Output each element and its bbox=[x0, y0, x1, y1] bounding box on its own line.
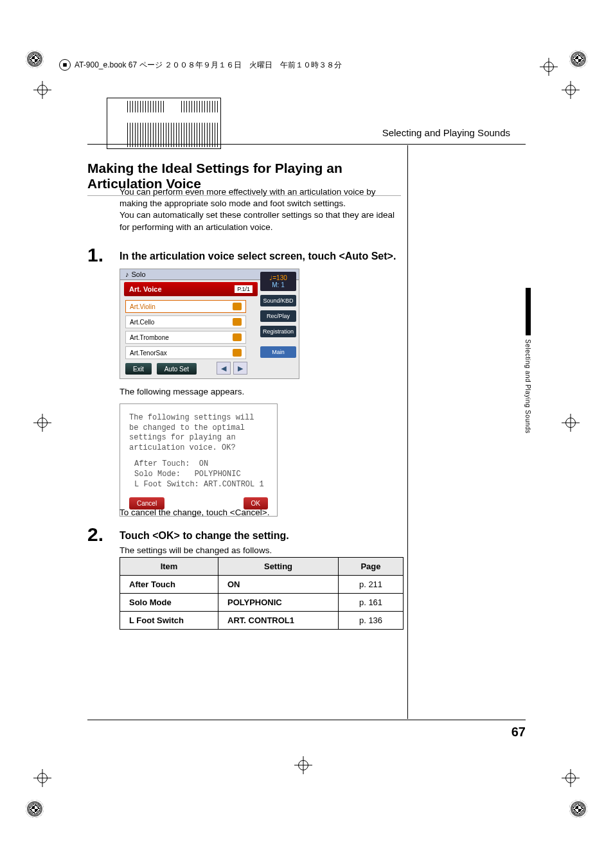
registration-mark bbox=[564, 84, 577, 96]
registration-mark bbox=[564, 416, 577, 429]
caption-message-appears: The following message appears. bbox=[120, 387, 244, 396]
printers-mark bbox=[569, 800, 587, 818]
voice-item-art-cello[interactable]: Art.Cello bbox=[125, 315, 246, 328]
auto-set-button[interactable]: Auto Set bbox=[157, 363, 197, 375]
side-chapter-text: Selecting and Playing Sounds bbox=[524, 339, 531, 434]
articulation-voice-screen: ♪ Solo Art. Voice P.1/1 Art.Violin Art.C… bbox=[120, 269, 299, 379]
next-button[interactable]: ▶ bbox=[233, 362, 247, 375]
registration-mark bbox=[36, 416, 49, 429]
dialog-settings-list: After Touch: ON Solo Mode: POLYPHONIC L … bbox=[129, 459, 268, 490]
registration-mark bbox=[36, 84, 49, 96]
rec-play-button[interactable]: Rec/Play bbox=[260, 310, 296, 322]
step-1-heading: In the articulation voice select screen,… bbox=[120, 251, 396, 262]
registration-mark bbox=[297, 759, 310, 772]
table-header-row: Item Setting Page bbox=[120, 558, 404, 576]
registration-mark bbox=[36, 772, 49, 784]
head-rule bbox=[87, 144, 526, 145]
dialog-message: The following settings will be changed t… bbox=[129, 413, 268, 453]
page-indicator: P.1/1 bbox=[235, 285, 253, 293]
caption-cancel: To cancel the change, touch <Cancel>. bbox=[120, 508, 269, 517]
printers-mark bbox=[26, 800, 44, 818]
th-page: Page bbox=[339, 558, 404, 576]
confirm-dialog: The following settings will be changed t… bbox=[120, 403, 278, 517]
voice-icon bbox=[233, 303, 242, 310]
voice-icon bbox=[233, 333, 242, 341]
thumb-tab bbox=[526, 288, 531, 335]
voice-icon bbox=[233, 349, 242, 357]
file-header-text: AT-900_e.book 67 ページ ２００８年９月１６日 火曜日 午前１０… bbox=[75, 60, 342, 71]
th-item: Item bbox=[120, 558, 218, 576]
settings-table: Item Setting Page After Touch ON p. 211 … bbox=[120, 557, 404, 630]
printers-mark bbox=[569, 50, 587, 68]
exit-button[interactable]: Exit bbox=[125, 363, 152, 375]
table-row: Solo Mode POLYPHONIC p. 161 bbox=[120, 594, 404, 612]
sound-kbd-button[interactable]: Sound/KBD bbox=[260, 295, 296, 306]
intro-text: You can perform even more effectively wi… bbox=[120, 186, 401, 233]
step-2-heading: Touch <OK> to change the setting. bbox=[120, 530, 289, 542]
prev-button[interactable]: ◀ bbox=[217, 362, 231, 375]
th-setting: Setting bbox=[218, 558, 339, 576]
voice-item-art-trombone[interactable]: Art.Trombone bbox=[125, 331, 246, 344]
step-2-subtext: The settings will be changed as follows. bbox=[120, 545, 272, 555]
register-icon bbox=[59, 59, 71, 71]
art-voice-tab[interactable]: Art. Voice P.1/1 bbox=[124, 282, 258, 296]
registration-mark bbox=[564, 772, 577, 784]
running-head: Selecting and Playing Sounds bbox=[382, 127, 510, 138]
registration-button[interactable]: Registration bbox=[260, 326, 296, 337]
vertical-rule bbox=[407, 145, 408, 719]
main-button[interactable]: Main bbox=[260, 346, 296, 358]
table-row: After Touch ON p. 211 bbox=[120, 576, 404, 594]
voice-list: Art.Violin Art.Cello Art.Trombone Art.Te… bbox=[125, 300, 246, 359]
printers-mark bbox=[26, 50, 44, 68]
page-bottom-rule bbox=[87, 720, 526, 720]
tab-label: Art. Voice bbox=[129, 285, 162, 293]
table-row: L Foot Switch ART. CONTROL1 p. 136 bbox=[120, 612, 404, 630]
voice-item-art-violin[interactable]: Art.Violin bbox=[125, 300, 246, 313]
voice-item-art-tenorsax[interactable]: Art.TenorSax bbox=[125, 346, 246, 359]
file-header: AT-900_e.book 67 ページ ２００８年９月１６日 火曜日 午前１０… bbox=[59, 59, 342, 71]
tempo-display[interactable]: ♩=130 M: 1 bbox=[260, 272, 296, 291]
registration-mark bbox=[542, 60, 555, 73]
step-number-2: 2. bbox=[87, 524, 103, 545]
step-number-1: 1. bbox=[87, 244, 103, 266]
page-number: 67 bbox=[511, 725, 526, 740]
voice-icon bbox=[233, 318, 242, 326]
device-illustration bbox=[107, 98, 221, 149]
screen-title: Solo bbox=[132, 270, 146, 278]
